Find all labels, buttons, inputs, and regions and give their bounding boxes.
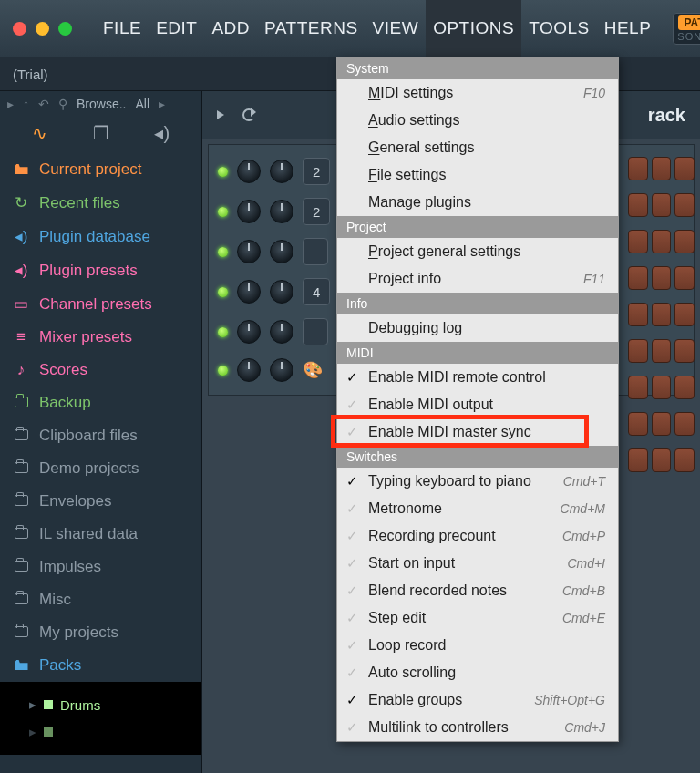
pan-knob[interactable] (237, 200, 261, 223)
menu-patterns[interactable]: PATTERNS (257, 0, 365, 57)
waveform-icon[interactable]: ∿ (32, 122, 47, 144)
tree-backup[interactable]: Backup (0, 386, 201, 419)
volume-knob[interactable] (270, 200, 293, 223)
step-cell[interactable] (628, 339, 648, 363)
menu-item[interactable]: Audio settings (337, 107, 618, 134)
packs-row-more[interactable]: ▸ (15, 718, 187, 746)
channel-enable-led[interactable] (218, 366, 228, 376)
tree-il-shared-data[interactable]: IL shared data (0, 518, 201, 551)
menu-item[interactable]: ✓Loop record (337, 632, 618, 659)
channel-enable-led[interactable] (218, 167, 228, 177)
copy-icon[interactable]: ❐ (93, 122, 109, 144)
channel-enable-led[interactable] (218, 287, 228, 297)
step-cell[interactable] (652, 448, 672, 472)
channel-button[interactable]: 2 (303, 198, 330, 225)
palette-icon[interactable]: 🎨 (303, 360, 323, 380)
browser-scope[interactable]: All (135, 97, 149, 111)
tree-channel-presets[interactable]: ▭Channel presets (0, 287, 201, 321)
menu-item[interactable]: Project general settings (337, 238, 618, 265)
menu-item[interactable]: File settings (337, 161, 618, 189)
menu-item[interactable]: ✓Auto scrolling (337, 659, 618, 686)
channel-button[interactable] (303, 238, 328, 265)
volume-knob[interactable] (270, 160, 293, 183)
step-cell[interactable] (628, 157, 648, 180)
play-pattern-icon[interactable] (217, 110, 224, 119)
menu-item[interactable]: ✓MetronomeCmd+M (337, 495, 618, 522)
step-cell[interactable] (674, 412, 695, 436)
pan-knob[interactable] (237, 160, 261, 183)
volume-knob[interactable] (270, 358, 293, 382)
menu-item[interactable]: MIDI settingsF10 (337, 79, 618, 107)
channel-button[interactable]: 4 (303, 278, 330, 305)
tree-envelopes[interactable]: Envelopes (0, 485, 201, 518)
menu-options[interactable]: OPTIONS (426, 0, 521, 57)
step-cell[interactable] (674, 376, 695, 399)
pan-knob[interactable] (237, 358, 261, 382)
tree-scores[interactable]: Scores (0, 354, 201, 386)
step-cell[interactable] (628, 412, 648, 436)
step-cell[interactable] (628, 266, 648, 290)
close-window-button[interactable] (13, 22, 26, 36)
menu-item[interactable]: ✓Step editCmd+E (337, 604, 618, 632)
channel-button[interactable] (303, 318, 328, 345)
undo-icon[interactable]: ↶ (38, 97, 49, 111)
step-cell[interactable] (674, 266, 695, 290)
volume-knob[interactable] (270, 280, 293, 304)
step-cell[interactable] (652, 339, 672, 363)
step-cell[interactable] (674, 157, 695, 180)
channel-enable-led[interactable] (218, 327, 228, 337)
tree-recent-files[interactable]: ↻Recent files (0, 186, 201, 220)
menu-help[interactable]: HELP (597, 0, 659, 57)
tree-current-project[interactable]: Current project (0, 153, 201, 186)
tree-my-projects[interactable]: My projects (0, 616, 201, 649)
menu-add[interactable]: ADD (204, 0, 257, 57)
menu-item[interactable]: ✓Recording precountCmd+P (337, 522, 618, 550)
volume-knob[interactable] (270, 240, 293, 263)
menu-item[interactable]: ✓Enable MIDI master sync (337, 418, 618, 446)
channel-button[interactable]: 2 (303, 158, 330, 185)
step-cell[interactable] (628, 376, 648, 399)
speaker-icon[interactable]: ◂) (154, 122, 170, 144)
menu-item[interactable]: General settings (337, 134, 618, 161)
tree-impulses[interactable]: Impulses (0, 551, 201, 583)
step-cell[interactable] (628, 448, 648, 472)
step-cell[interactable] (652, 303, 672, 326)
tree-demo-projects[interactable]: Demo projects (0, 452, 201, 485)
step-cell[interactable] (674, 193, 695, 217)
tree-plugin-database[interactable]: ◂)Plugin database (0, 220, 201, 253)
step-cell[interactable] (674, 448, 695, 472)
pan-knob[interactable] (237, 320, 261, 344)
menu-item[interactable]: ✓Multilink to controllersCmd+J (337, 714, 618, 741)
tree-clipboard-files[interactable]: Clipboard files (0, 419, 201, 452)
zoom-window-button[interactable] (58, 22, 72, 36)
menu-item[interactable]: ✓Start on inputCmd+I (337, 550, 618, 577)
step-cell[interactable] (652, 193, 672, 217)
chevron-right-icon[interactable]: ▸ (7, 97, 14, 111)
step-cell[interactable] (628, 303, 648, 326)
menu-file[interactable]: FILE (96, 0, 149, 57)
pan-knob[interactable] (237, 240, 261, 263)
undo-icon[interactable] (242, 108, 255, 121)
volume-knob[interactable] (270, 320, 293, 344)
menu-edit[interactable]: EDIT (149, 0, 204, 57)
nav-up-icon[interactable]: ↑ (23, 97, 29, 111)
pattern-song-toggle[interactable]: PAT SONG (673, 13, 700, 45)
packs-drums[interactable]: ▸Drums (15, 691, 187, 718)
menu-item[interactable]: ✓Enable MIDI output (337, 391, 618, 418)
menu-item[interactable]: ✓Enable groupsShift+Opt+G (337, 686, 618, 714)
channel-enable-led[interactable] (218, 207, 228, 217)
tree-mixer-presets[interactable]: ≡Mixer presets (0, 321, 201, 354)
pan-knob[interactable] (237, 280, 261, 304)
step-cell[interactable] (628, 193, 648, 217)
channel-enable-led[interactable] (218, 247, 228, 257)
step-cell[interactable] (652, 230, 672, 253)
menu-item[interactable]: Project infoF11 (337, 265, 618, 293)
step-cell[interactable] (652, 376, 672, 399)
menu-item[interactable]: ✓Blend recorded notesCmd+B (337, 577, 618, 604)
minimize-window-button[interactable] (36, 22, 49, 36)
search-icon[interactable]: ⚲ (58, 97, 67, 111)
step-cell[interactable] (652, 157, 672, 180)
step-cell[interactable] (674, 339, 695, 363)
menu-view[interactable]: VIEW (365, 0, 427, 57)
menu-item[interactable]: ✓Enable MIDI remote control (337, 364, 618, 391)
